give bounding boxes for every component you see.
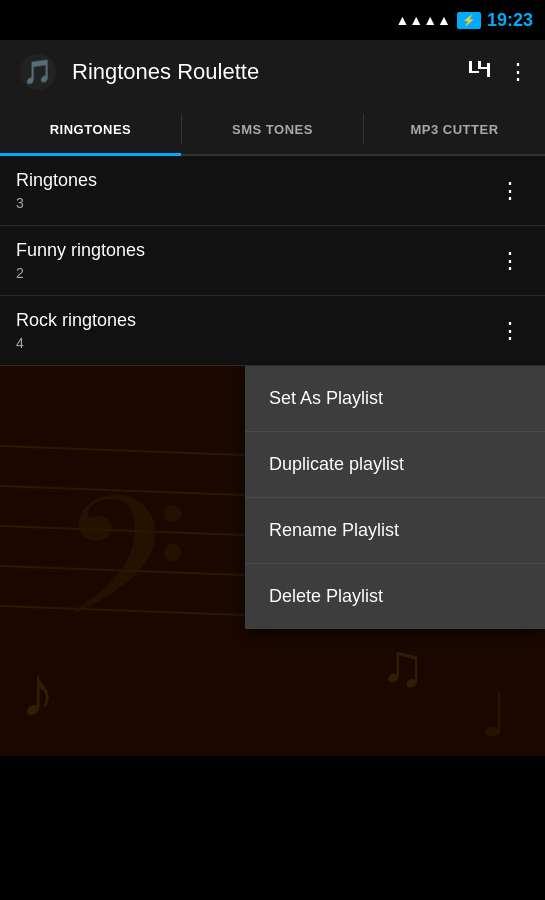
playlist-count-ringtones: 3 <box>16 195 97 211</box>
tab-ringtones[interactable]: RINGTONES <box>0 104 181 154</box>
app-title: Ringtones Roulette <box>72 59 455 85</box>
time-display: 19:23 <box>487 10 533 31</box>
svg-rect-3 <box>469 71 479 73</box>
context-menu-item-rename-playlist[interactable]: Rename Playlist <box>245 498 545 564</box>
svg-rect-6 <box>487 63 490 77</box>
overflow-menu-icon[interactable]: ⋮ <box>507 59 529 85</box>
playlist-item-funny[interactable]: Funny ringtones 2 ⋮ <box>0 226 545 296</box>
svg-text:♩: ♩ <box>480 683 508 749</box>
playlist-overflow-rock[interactable]: ⋮ <box>491 314 529 348</box>
svg-text:🎵: 🎵 <box>23 57 53 86</box>
tab-sms-tones[interactable]: SMS TONES <box>182 104 363 154</box>
status-bar: ▲▲▲▲ ⚡ 19:23 <box>0 0 545 40</box>
playlist-overflow-ringtones[interactable]: ⋮ <box>491 174 529 208</box>
svg-text:𝄢: 𝄢 <box>60 468 189 689</box>
context-menu-item-duplicate-playlist[interactable]: Duplicate playlist <box>245 432 545 498</box>
battery-icon: ⚡ <box>457 12 481 29</box>
playlist-container: Ringtones 3 ⋮ Funny ringtones 2 ⋮ Rock r… <box>0 156 545 366</box>
background-area: 𝄢 ♩ ♫ ♪ ♪ ♩ Set As Playlist Duplicate pl… <box>0 366 545 756</box>
playlist-item-ringtones[interactable]: Ringtones 3 ⋮ <box>0 156 545 226</box>
context-menu-item-set-as-playlist[interactable]: Set As Playlist <box>245 366 545 432</box>
playlist-overflow-funny[interactable]: ⋮ <box>491 244 529 278</box>
signal-icon: ▲▲▲▲ <box>396 12 451 28</box>
playlist-name-ringtones: Ringtones <box>16 170 97 191</box>
svg-text:♪: ♪ <box>20 654 55 731</box>
context-menu-item-delete-playlist[interactable]: Delete Playlist <box>245 564 545 629</box>
playlist-info-funny: Funny ringtones 2 <box>16 240 145 281</box>
tab-mp3-cutter[interactable]: MP3 CUTTER <box>364 104 545 154</box>
svg-text:♫: ♫ <box>380 633 425 699</box>
playlist-info-ringtones: Ringtones 3 <box>16 170 97 211</box>
playlist-count-funny: 2 <box>16 265 145 281</box>
context-menu: Set As Playlist Duplicate playlist Renam… <box>245 366 545 629</box>
playlist-name-rock: Rock ringtones <box>16 310 136 331</box>
playlist-name-funny: Funny ringtones <box>16 240 145 261</box>
svg-rect-5 <box>478 67 488 69</box>
tab-bar: RINGTONES SMS TONES MP3 CUTTER <box>0 104 545 156</box>
app-bar: 🎵 Ringtones Roulette ⋮ <box>0 40 545 104</box>
app-logo: 🎵 <box>16 50 60 94</box>
app-bar-actions: ⋮ <box>467 57 529 87</box>
filter-icon[interactable] <box>467 57 491 87</box>
playlist-item-rock[interactable]: Rock ringtones 4 ⋮ <box>0 296 545 366</box>
playlist-count-rock: 4 <box>16 335 136 351</box>
status-icons: ▲▲▲▲ ⚡ 19:23 <box>396 10 533 31</box>
playlist-info-rock: Rock ringtones 4 <box>16 310 136 351</box>
